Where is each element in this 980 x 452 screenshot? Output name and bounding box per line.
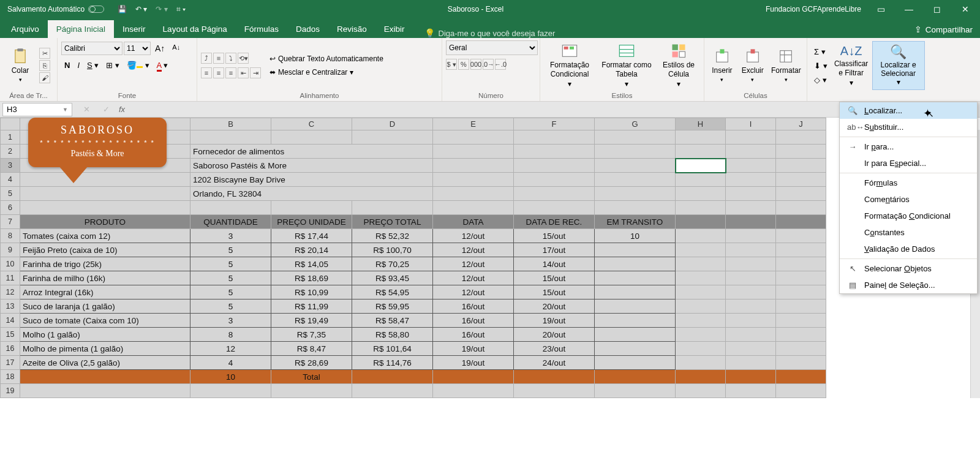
- cell-B2[interactable]: Fornecedor de alimentos: [190, 145, 433, 159]
- cell-I3[interactable]: [726, 159, 776, 173]
- account-name[interactable]: Fundacion GCFAprendeLibre: [766, 5, 861, 13]
- cell-F10[interactable]: 14/out: [514, 257, 595, 271]
- col-header-F[interactable]: F: [514, 118, 595, 130]
- cell-H6[interactable]: [676, 201, 726, 215]
- cell-G13[interactable]: [595, 299, 676, 314]
- format-cells-button[interactable]: Formatar▾: [769, 47, 803, 84]
- cell-B15[interactable]: 8: [190, 328, 271, 342]
- cell-B11[interactable]: 5: [190, 271, 271, 285]
- cell-H15[interactable]: [676, 328, 726, 342]
- cell-A13[interactable]: Suco de laranja (1 galão): [20, 299, 190, 314]
- cell-B8[interactable]: 3: [190, 229, 271, 243]
- fx-icon[interactable]: fx: [119, 105, 125, 114]
- cell-B13[interactable]: 5: [190, 299, 271, 314]
- cell-D19[interactable]: [352, 384, 433, 398]
- tab-file[interactable]: Arquivo: [2, 20, 48, 38]
- cell-G12[interactable]: [595, 285, 676, 299]
- cell-E17[interactable]: 19/out: [433, 356, 514, 370]
- menu-selection-pane[interactable]: ▤Painel de Seleção...: [840, 277, 977, 293]
- align-left-icon[interactable]: ≡: [201, 67, 212, 78]
- cell-I2[interactable]: [726, 145, 776, 159]
- cell-H8[interactable]: [676, 229, 726, 243]
- align-middle-icon[interactable]: ≡: [213, 53, 224, 64]
- cell-G19[interactable]: [595, 384, 676, 398]
- cell-I15[interactable]: [726, 328, 776, 342]
- cell-H18[interactable]: [676, 370, 726, 384]
- cell-I19[interactable]: [726, 384, 776, 398]
- cell-J8[interactable]: [776, 229, 826, 243]
- insert-cells-button[interactable]: Inserir▾: [708, 47, 736, 84]
- col-header-I[interactable]: I: [726, 118, 776, 130]
- cell-I16[interactable]: [726, 342, 776, 356]
- cell-E18[interactable]: [433, 370, 514, 384]
- menu-data-validation[interactable]: Validação de Dados: [840, 241, 977, 257]
- cell-J7[interactable]: [776, 215, 826, 229]
- menu-cond-format[interactable]: Formatação Condicional: [840, 208, 977, 224]
- menu-constants[interactable]: Constantes: [840, 224, 977, 241]
- decrease-font-icon[interactable]: A↓: [169, 42, 183, 55]
- tab-review[interactable]: Revisão: [328, 20, 375, 38]
- cell-A11[interactable]: Farinha de milho (16k): [20, 271, 190, 285]
- cell-F6[interactable]: [514, 201, 595, 215]
- undo-icon[interactable]: ↶ ▾: [135, 5, 147, 13]
- cell-F9[interactable]: 17/out: [514, 243, 595, 257]
- row-header-2[interactable]: 2: [1, 145, 20, 159]
- increase-decimal-icon[interactable]: .0→: [483, 59, 494, 70]
- merge-center-button[interactable]: ⬌Mesclar e Centralizar ▾: [267, 67, 386, 78]
- increase-indent-icon[interactable]: ⇥: [250, 67, 261, 78]
- cell-F15[interactable]: 20/out: [514, 328, 595, 342]
- cell-H3[interactable]: [676, 159, 726, 173]
- accounting-format-icon[interactable]: $ ▾: [446, 59, 457, 70]
- cell-C6[interactable]: [271, 201, 352, 215]
- cell-J9[interactable]: [776, 243, 826, 257]
- paste-button[interactable]: Colar▾: [4, 47, 37, 84]
- percent-format-icon[interactable]: %: [458, 59, 469, 70]
- fill-button[interactable]: ⬇ ▾: [811, 59, 831, 72]
- cell-B1[interactable]: [190, 130, 271, 145]
- align-top-icon[interactable]: ⤴: [201, 53, 212, 64]
- cell-J15[interactable]: [776, 328, 826, 342]
- cell-B18[interactable]: 10: [190, 370, 271, 384]
- cell-C10[interactable]: R$ 14,05: [271, 257, 352, 271]
- cell-H9[interactable]: [676, 243, 726, 257]
- cell-A14[interactable]: Suco de tomate (Caixa com 10): [20, 314, 190, 328]
- cell-styles-button[interactable]: Estilos de Célula ▾: [658, 41, 699, 89]
- cell-F1[interactable]: [514, 130, 595, 145]
- cell-H19[interactable]: [676, 384, 726, 398]
- touch-mode-icon[interactable]: ⌗ ▾: [176, 5, 186, 13]
- row-header-19[interactable]: 19: [1, 384, 20, 398]
- cell-G15[interactable]: [595, 328, 676, 342]
- increase-font-icon[interactable]: A↑: [152, 42, 168, 55]
- cell-F7[interactable]: DATA DE REC.: [514, 215, 595, 229]
- cell-B17[interactable]: 4: [190, 356, 271, 370]
- cell-C7[interactable]: PREÇO UNIDADE: [271, 215, 352, 229]
- cell-B10[interactable]: 5: [190, 257, 271, 271]
- tab-formulas[interactable]: Fórmulas: [236, 20, 287, 38]
- cell-D10[interactable]: R$ 70,25: [352, 257, 433, 271]
- cell-E14[interactable]: 16/out: [433, 314, 514, 328]
- menu-select-objects[interactable]: ↖Selecionar Objetos: [840, 260, 977, 277]
- cell-F16[interactable]: 23/out: [514, 342, 595, 356]
- cell-C13[interactable]: R$ 11,99: [271, 299, 352, 314]
- row-header-8[interactable]: 8: [1, 229, 20, 243]
- cell-F12[interactable]: 15/out: [514, 285, 595, 299]
- tab-layout[interactable]: Layout da Página: [154, 20, 236, 38]
- cell-G4[interactable]: [595, 173, 676, 187]
- cell-H1[interactable]: [676, 130, 726, 145]
- row-header-3[interactable]: 3: [1, 159, 20, 173]
- decrease-indent-icon[interactable]: ⇤: [238, 67, 249, 78]
- font-color-button[interactable]: A ▾: [154, 59, 172, 72]
- company-logo[interactable]: SABOROSO * * * * * * * * * * * * * * * *…: [28, 118, 167, 183]
- cell-B4[interactable]: 1202 Biscayne Bay Drive: [190, 173, 433, 187]
- cell-I1[interactable]: [726, 130, 776, 145]
- cell-J5[interactable]: [776, 187, 826, 201]
- tab-home[interactable]: Página Inicial: [48, 20, 114, 38]
- cell-J19[interactable]: [776, 384, 826, 398]
- cell-C16[interactable]: R$ 8,47: [271, 342, 352, 356]
- cell-B9[interactable]: 5: [190, 243, 271, 257]
- cell-H10[interactable]: [676, 257, 726, 271]
- tab-data[interactable]: Dados: [287, 20, 328, 38]
- row-header-16[interactable]: 16: [1, 342, 20, 356]
- menu-formulas[interactable]: Fórmulas: [840, 175, 977, 191]
- cell-E6[interactable]: [433, 201, 514, 215]
